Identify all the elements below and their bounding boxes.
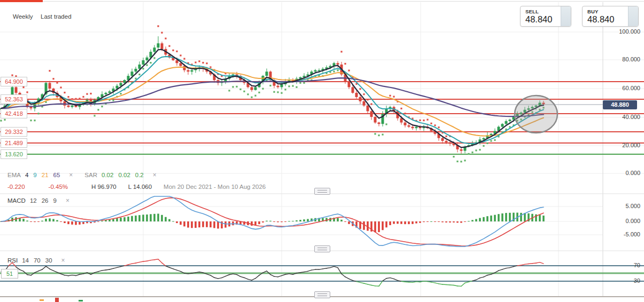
panel-resize-handle[interactable] xyxy=(314,291,330,298)
price-stats-row: -0.220 -0.45% H 96.970 L 14.060 Mon 20 D… xyxy=(7,184,266,190)
rsi-indicator-legend: RSI 14 70 30 × xyxy=(7,257,65,264)
buy-button-edge xyxy=(628,6,638,26)
rsi-name: RSI xyxy=(7,257,18,264)
chart-canvas[interactable] xyxy=(0,0,644,302)
ema65-line xyxy=(1,78,544,116)
ema9-line xyxy=(1,57,544,144)
axis-tick-label: 60.000 xyxy=(603,85,643,91)
buy-price: 48.840 xyxy=(587,14,614,25)
macd-fast-period: 12 xyxy=(30,197,37,204)
axis-tick-label: 5.000 xyxy=(603,203,643,209)
panel-resize-handle[interactable] xyxy=(314,188,330,195)
axis-tick-label: -5.000 xyxy=(603,231,643,237)
ema-name: EMA xyxy=(7,172,21,178)
axis-tick-label: 30 xyxy=(603,277,643,284)
axis-tick-label: 0.000 xyxy=(603,170,643,176)
buy-button[interactable]: BUY 48.840 xyxy=(582,6,639,27)
macd-slow-period: 26 xyxy=(42,197,49,204)
axis-tick-label: 20.000 xyxy=(603,142,643,148)
sar-param-max: 0.2 xyxy=(135,172,144,178)
price-level-label: 21.489 xyxy=(1,138,27,148)
ema-period-4: 4 xyxy=(25,172,28,178)
ema-period-65: 65 xyxy=(53,172,60,178)
macd-indicator-legend: MACD 12 26 9 × xyxy=(7,197,69,204)
change-value: -0.220 xyxy=(7,184,25,190)
macd-name: MACD xyxy=(7,197,26,204)
axis-tick-label: 100.000 xyxy=(603,28,643,35)
axis-tick-label: 70 xyxy=(603,262,643,268)
sar-dots-group xyxy=(0,25,544,162)
sell-label: SELL xyxy=(525,9,539,14)
bottom-pane-mark xyxy=(40,299,44,301)
ema-close-icon[interactable]: × xyxy=(69,171,73,179)
bottom-pane-mark xyxy=(79,300,83,301)
panel-resize-handle[interactable] xyxy=(314,245,330,252)
sell-button-edge xyxy=(561,6,571,26)
date-range: Mon 20 Dec 2021 - Mon 10 Aug 2026 xyxy=(164,184,266,190)
buy-label: BUY xyxy=(587,9,599,14)
rsi-upper-level: 70 xyxy=(34,257,41,264)
price-level-label: 42.418 xyxy=(1,109,27,118)
sar-name: SAR xyxy=(84,172,97,178)
low-value: L 14.060 xyxy=(128,184,152,190)
high-value: H 96.970 xyxy=(91,184,117,190)
macd-signal-period: 9 xyxy=(53,197,56,204)
candles-group xyxy=(0,36,545,154)
ema-period-21: 21 xyxy=(42,172,49,178)
rsi-close-icon[interactable]: × xyxy=(61,257,65,264)
change-percent: -0.45% xyxy=(49,184,68,190)
price-level-label: 13.620 xyxy=(1,149,27,159)
price-mode-selector[interactable]: Last traded xyxy=(41,13,72,20)
sar-close-icon[interactable]: × xyxy=(153,171,157,179)
top-divider xyxy=(0,1,644,2)
macd-histogram-group xyxy=(0,213,545,233)
rsi-mid-level-label: 51 xyxy=(1,269,18,279)
rsi-period: 14 xyxy=(22,257,29,264)
macd-close-icon[interactable]: × xyxy=(66,197,69,204)
price-level-label: 64.900 xyxy=(1,77,27,86)
current-price-badge: 48.880 xyxy=(603,100,637,109)
ema4-line xyxy=(1,50,544,148)
price-level-label: 52.363 xyxy=(1,94,27,104)
bottom-pane-mark xyxy=(55,298,59,302)
ema-indicator-legend: EMA 4 9 21 65 × SAR 0.02 0.02 0.2 × xyxy=(7,171,157,179)
axis-tick-label: 80.000 xyxy=(603,56,643,62)
timeframe-selector[interactable]: Weekly xyxy=(13,13,33,20)
rsi-lower-level: 30 xyxy=(45,257,52,264)
axis-tick-label: 0.000 xyxy=(603,218,643,224)
price-level-label: 29.332 xyxy=(1,127,27,137)
annotation-circle xyxy=(515,96,557,133)
sell-button[interactable]: SELL 48.840 xyxy=(520,6,571,27)
sar-param-step: 0.02 xyxy=(102,172,113,178)
sell-price: 48.840 xyxy=(525,14,552,25)
sar-param-start: 0.02 xyxy=(118,172,130,178)
active-tab-accent-bar xyxy=(0,0,43,2)
ema-period-9: 9 xyxy=(33,172,36,178)
ema21-line xyxy=(1,67,544,136)
chart-window: Weekly Last traded SELL 48.840 BUY 48.84… xyxy=(0,0,644,302)
axis-tick-label: 40.000 xyxy=(603,114,643,120)
